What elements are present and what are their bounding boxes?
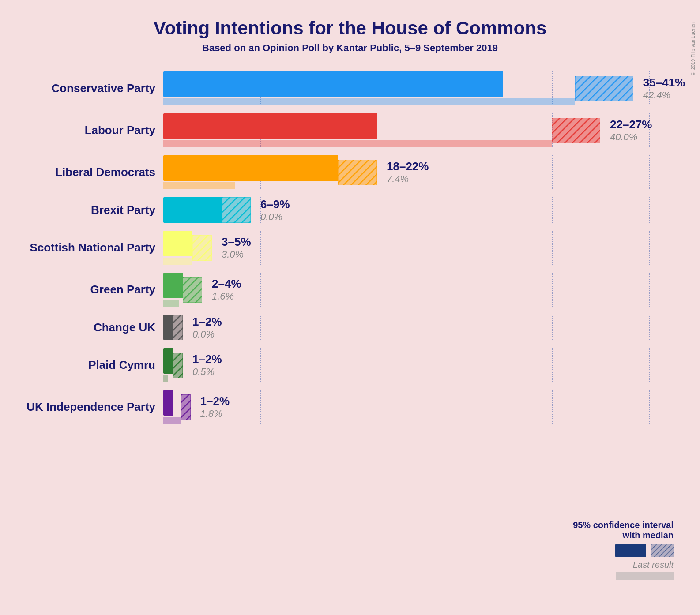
hatch-bar-green [183,277,202,303]
bar-wrapper-snp: 3–5%3.0% [163,231,682,265]
last-bar-green [163,300,179,307]
solid-bar-brexit [163,197,222,223]
hatch-col-plaid [173,352,183,378]
chart-container: © 2019 Filip van Laenen Voting Intention… [0,0,700,615]
solid-bar-green [163,273,183,298]
legend-hatch-box [651,544,674,557]
party-label-plaid: Plaid Cymru [18,358,163,372]
hatch-col-labour [552,118,600,143]
range-label-conservative: 35–41% [643,76,685,90]
legend-solid-bar [615,544,646,557]
bar-col-libdem [163,155,338,189]
bar-section-labour: 22–27%40.0% [163,113,682,147]
hatch-bar-plaid [173,352,183,378]
last-result-label-green: 1.6% [212,291,234,302]
hatch-bar-brexit [222,197,251,223]
last-bar-conservative [163,98,575,105]
hatch-bar-labour [552,118,600,143]
svg-rect-48 [222,197,251,223]
last-bar-snp [163,258,192,265]
bar-col-brexit [163,197,222,223]
hatch-col-changeuk [173,315,183,340]
last-bar-libdem [163,182,235,189]
svg-rect-57 [173,315,183,340]
party-row-ukip: UK Independence Party 1–2%1.8% [18,390,682,424]
range-row-conservative: 35–41%42.4% [639,76,685,101]
party-row-conservative: Conservative Party 35–41%42.4% [18,71,682,105]
range-row-green: 2–4%1.6% [207,277,241,302]
last-result-label-changeuk: 0.0% [192,329,215,340]
svg-rect-45 [338,160,377,185]
svg-rect-67 [651,544,674,557]
hatch-col-green [183,277,202,303]
svg-rect-51 [192,235,212,261]
party-label-labour: Labour Party [18,124,163,137]
svg-rect-63 [181,394,191,420]
party-label-snp: Scottish National Party [18,241,163,255]
last-result-label-ukip: 1.8% [200,408,222,420]
range-label-brexit: 6–9% [260,198,290,211]
solid-bar-conservative [163,71,503,97]
legend-items [615,544,674,557]
bar-col-conservative [163,71,575,105]
legend-title: 95% confidence intervalwith median [573,520,674,540]
solid-bar-plaid [163,348,173,374]
legend-last-bar [616,572,674,580]
party-row-libdem: Liberal Democrats 18–22%7.4% [18,155,682,189]
hatch-bar-conservative [575,76,633,101]
solid-bar-ukip [163,390,173,416]
last-result-label-labour: 40.0% [610,131,637,143]
party-row-plaid: Plaid Cymru 1–2%0.5% [18,348,682,382]
bar-section-libdem: 18–22%7.4% [163,155,682,189]
bar-wrapper-conservative: 35–41%42.4% [163,71,685,105]
bar-col-ukip [163,390,181,424]
svg-rect-39 [575,76,633,101]
bar-section-green: 2–4%1.6% [163,273,682,307]
last-bar-plaid [163,375,168,382]
hatch-bar-libdem [338,160,377,185]
party-label-conservative: Conservative Party [18,82,163,95]
party-row-green: Green Party 2–4%1.6% [18,273,682,307]
bar-wrapper-plaid: 1–2%0.5% [163,348,682,382]
bar-wrapper-changeuk: 1–2%0.0% [163,315,682,340]
range-label-green: 2–4% [212,277,241,291]
solid-bar-snp [163,231,192,256]
bar-section-ukip: 1–2%1.8% [163,390,682,424]
last-bar-ukip [163,417,181,424]
range-label-plaid: 1–2% [192,352,222,366]
bar-wrapper-ukip: 1–2%1.8% [163,390,682,424]
legend: 95% confidence intervalwith median Last … [573,520,674,580]
chart-title: Voting Intentions for the House of Commo… [18,18,682,39]
party-label-libdem: Liberal Democrats [18,165,163,179]
range-row-brexit: 6–9%0.0% [256,198,290,223]
range-row-labour: 22–27%40.0% [606,118,652,143]
svg-rect-54 [183,277,202,303]
legend-last-label: Last result [633,560,674,570]
svg-rect-60 [173,352,183,378]
range-label-changeuk: 1–2% [192,315,222,329]
bar-wrapper-labour: 22–27%40.0% [163,113,682,147]
bar-wrapper-brexit: 6–9%0.0% [163,197,682,223]
hatch-col-conservative [575,76,633,101]
hatch-col-brexit [222,197,251,223]
hatch-col-ukip [181,394,191,420]
bar-wrapper-libdem: 18–22%7.4% [163,155,682,189]
hatch-bar-changeuk [173,315,183,340]
range-label-ukip: 1–2% [200,394,230,408]
range-label-labour: 22–27% [610,118,652,131]
hatch-col-snp [192,235,212,261]
bar-col-labour [163,113,552,147]
hatch-col-libdem [338,160,377,185]
bar-section-brexit: 6–9%0.0% [163,197,682,223]
bar-section-conservative: 35–41%42.4% [163,71,685,105]
bar-col-snp [163,231,192,265]
party-label-brexit: Brexit Party [18,203,163,217]
range-row-plaid: 1–2%0.5% [188,352,222,378]
party-label-green: Green Party [18,283,163,296]
last-result-label-conservative: 42.4% [643,90,670,101]
last-result-label-plaid: 0.5% [192,366,215,378]
range-label-libdem: 18–22% [387,160,429,173]
solid-bar-labour [163,113,377,139]
party-row-changeuk: Change UK 1–2%0.0% [18,315,682,340]
hatch-bar-snp [192,235,212,261]
